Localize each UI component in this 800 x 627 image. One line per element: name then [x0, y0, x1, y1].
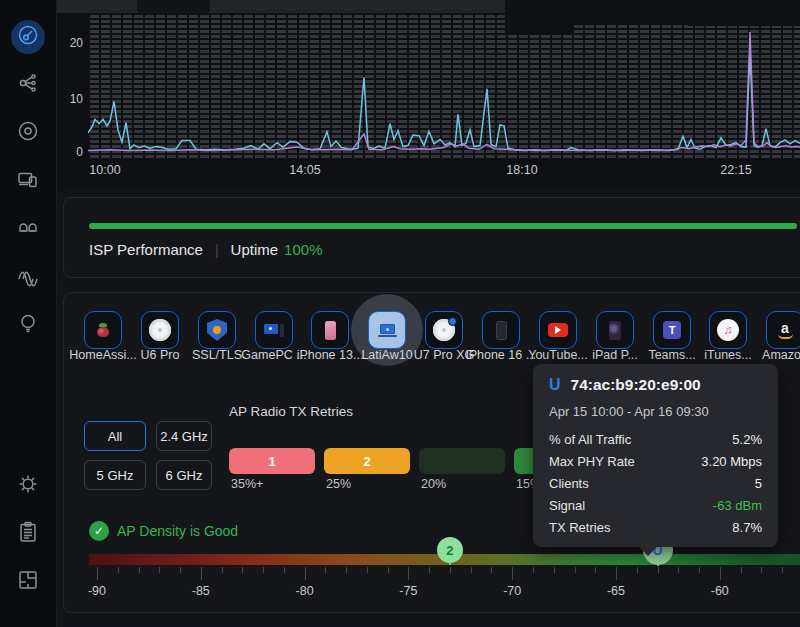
phone-purple-icon	[609, 321, 621, 340]
device-tile-12[interactable]: ♫	[709, 311, 747, 349]
tx-retries-threshold: 35%+	[231, 477, 263, 491]
slider-tick-label: -75	[399, 584, 417, 598]
tooltip-row: TX Retries8.7%	[549, 517, 762, 539]
tooltip-row-value: 5.2%	[732, 429, 762, 451]
gear-icon	[16, 472, 40, 500]
chart-top-strip	[57, 0, 505, 13]
tooltip-row-value: 5	[755, 473, 762, 495]
slider-tick-label: -65	[607, 584, 625, 598]
tx-retries-segment-2: 2	[324, 448, 410, 474]
y-tick-label: 10	[57, 92, 83, 106]
device-label: U6 Pro	[141, 348, 180, 362]
device-tile-8[interactable]	[482, 311, 520, 349]
desktop-pc-icon	[264, 324, 284, 337]
tooltip-rows: % of All Traffic5.2%Max PHY Rate3.20 Mbp…	[549, 429, 762, 539]
sidebar-item-guests[interactable]	[11, 212, 45, 246]
device-tile-6[interactable]	[368, 311, 406, 349]
slider-tick	[408, 567, 409, 580]
access-point-icon	[149, 319, 171, 341]
band-button-6ghz[interactable]: 6 GHz	[156, 460, 212, 490]
slider-tick	[201, 567, 202, 580]
slider-tick	[595, 567, 596, 573]
slider-tick	[263, 567, 264, 573]
device-tile-7[interactable]	[425, 311, 463, 349]
device-label: HomeAssi...	[69, 348, 136, 362]
isp-uptime-bar	[89, 223, 797, 229]
log-clipboard-icon	[16, 520, 40, 548]
insights-bulb-icon	[16, 311, 40, 339]
tooltip-row: Signal-63 dBm	[549, 495, 762, 517]
slider-tick	[575, 567, 576, 573]
device-tile-13[interactable]: a	[766, 311, 800, 349]
device-tile-3[interactable]	[198, 311, 236, 349]
guests-icon	[16, 215, 40, 243]
isp-divider: |	[215, 242, 219, 258]
sidebar-item-topology[interactable]	[11, 68, 45, 102]
band-button-all[interactable]: All	[84, 421, 146, 451]
unifi-dashboard: 0102010:0014:0518:1022:15 ISP Performanc…	[0, 0, 800, 627]
youtube-icon	[548, 323, 568, 337]
tooltip-row-value: 8.7%	[732, 517, 762, 539]
slider-tick	[325, 567, 326, 573]
floorplan-map-icon	[16, 568, 40, 596]
amazon-icon: a	[778, 322, 793, 339]
sidebar-item-dashboard[interactable]	[11, 20, 45, 54]
device-label: SSL/TLS	[192, 348, 242, 362]
tx-retries-segment-1: 1	[229, 448, 315, 474]
phone-dark-icon	[496, 321, 507, 340]
slider-tick	[388, 567, 389, 573]
slider-tick	[491, 567, 492, 573]
slider-tick	[678, 567, 679, 573]
slider-tick-label: -90	[88, 584, 106, 598]
tooltip-row: % of All Traffic5.2%	[549, 429, 762, 451]
sidebar-item-settings[interactable]	[11, 469, 45, 503]
x-tick-label: 22:15	[720, 163, 751, 177]
slider-tick	[741, 567, 742, 573]
sidebar-item-radios[interactable]	[11, 260, 45, 294]
slider-tick	[97, 567, 98, 580]
device-label: iPad P...	[592, 348, 638, 362]
ubiquiti-logo-icon: U	[549, 376, 561, 394]
laptop-icon	[378, 324, 397, 337]
sidebar-item-site-map[interactable]	[11, 565, 45, 599]
device-tile-1[interactable]	[84, 311, 122, 349]
slider-tick	[533, 567, 534, 573]
device-tile-5[interactable]	[311, 311, 349, 349]
access-point-badge-icon	[433, 319, 455, 341]
device-label: YouTube...	[528, 348, 588, 362]
device-tile-4[interactable]	[255, 311, 293, 349]
shield-lock-icon	[207, 319, 227, 341]
slider-tick	[159, 567, 160, 573]
sidebar-item-system-log[interactable]	[11, 517, 45, 551]
device-label: iTunes...	[704, 348, 751, 362]
check-circle-icon: ✓	[89, 521, 109, 541]
chart-plot-area[interactable]	[88, 13, 800, 158]
slider-tick	[471, 567, 472, 573]
sidebar-item-clients[interactable]	[11, 164, 45, 198]
device-tile-9[interactable]	[539, 311, 577, 349]
tooltip-row: Max PHY Rate3.20 Mbps	[549, 451, 762, 473]
tooltip-mac-address: 74:ac:b9:20:e9:00	[571, 376, 701, 394]
slider-tick	[139, 567, 140, 573]
slider-tick	[512, 567, 513, 580]
device-tile-10[interactable]	[596, 311, 634, 349]
sidebar-item-unifi-devices[interactable]	[11, 116, 45, 150]
ap-count-badge[interactable]: 2	[437, 537, 463, 563]
slider-tick	[284, 567, 285, 573]
radio-waves-icon	[16, 263, 40, 291]
device-label: Amazon	[762, 348, 800, 362]
x-tick-label: 18:10	[506, 163, 537, 177]
band-button-24ghz[interactable]: 2.4 GHz	[156, 421, 212, 451]
device-tile-11[interactable]: T	[653, 311, 691, 349]
slider-tick	[699, 567, 700, 573]
x-tick-label: 14:05	[289, 163, 320, 177]
tooltip-row-label: % of All Traffic	[549, 429, 631, 451]
device-tile-2[interactable]	[141, 311, 179, 349]
isp-uptime-label: Uptime	[231, 241, 279, 258]
slider-tick	[305, 567, 306, 580]
slider-tick-label: -70	[503, 584, 521, 598]
isp-performance-card: ISP Performance | Uptime 100%	[63, 197, 800, 278]
y-tick-label: 20	[57, 36, 83, 50]
band-button-5ghz[interactable]: 5 GHz	[84, 460, 146, 490]
sidebar-item-insights[interactable]	[11, 308, 45, 342]
